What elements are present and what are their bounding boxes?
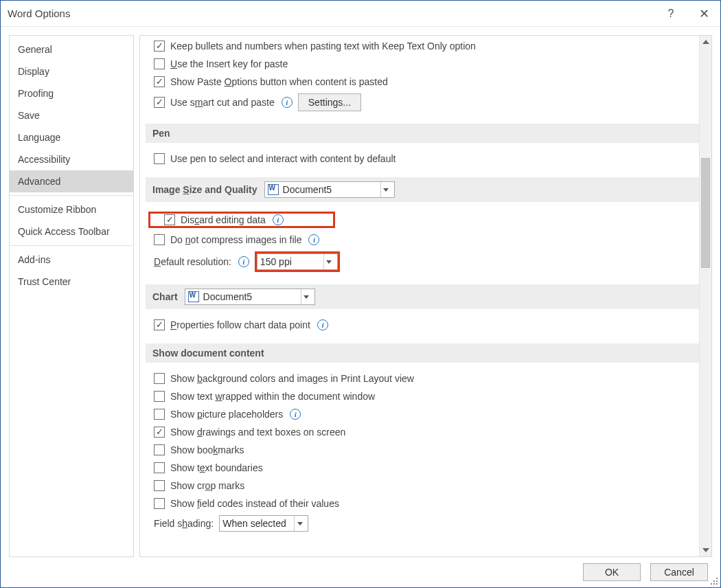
checkbox-show-text-boundaries[interactable]: Show text boundaries [146,459,699,477]
resize-grip[interactable] [710,577,718,585]
document-icon [268,184,279,195]
checkbox-label: Show Paste Options button when content i… [170,76,388,87]
sidebar-separator [10,245,133,246]
checkbox-icon[interactable] [154,76,165,87]
sidebar-item-customize-ribbon[interactable]: Customize Ribbon [10,199,133,220]
checkbox-icon[interactable] [154,480,165,491]
info-icon[interactable]: i [317,319,328,330]
sidebar-item-accessibility[interactable]: Accessibility [10,148,133,170]
checkbox-use-pen[interactable]: Use pen to select and interact with cont… [146,150,699,168]
info-icon[interactable]: i [308,234,319,245]
section-title: Chart [152,291,178,302]
checkbox-keep-bullets[interactable]: Keep bullets and numbers when pasting te… [146,37,699,55]
highlight-discard-editing: Discard editing data i [148,212,335,228]
checkbox-show-drawings[interactable]: Show drawings and text boxes on screen [146,423,699,441]
content-panel: Keep bullets and numbers when pasting te… [139,35,712,557]
field-shading-label: Field shading: [154,518,214,529]
image-size-document-combo[interactable]: Document5 [264,181,395,198]
checkbox-icon[interactable] [154,153,165,164]
checkbox-icon[interactable] [154,373,165,384]
checkbox-label: Show picture placeholders [170,409,283,420]
checkbox-label: Show field codes instead of their values [170,498,339,509]
checkbox-show-crop-marks[interactable]: Show crop marks [146,477,699,495]
checkbox-show-field-codes[interactable]: Show field codes instead of their values [146,495,699,512]
chevron-down-icon [323,254,334,269]
sidebar-item-proofing[interactable]: Proofing [10,82,133,104]
word-options-dialog: Word Options ? ✕ General Display Proofin… [0,0,721,588]
checkbox-properties-follow-chart[interactable]: Properties follow chart data point i [146,316,699,334]
checkbox-label: Show crop marks [170,480,244,491]
scroll-track[interactable] [700,48,711,544]
checkbox-label: Show text boundaries [170,462,263,473]
checkbox-label: Properties follow chart data point [170,319,310,330]
field-shading-combo[interactable]: When selected [219,515,308,532]
combo-value: When selected [222,518,286,529]
checkbox-label: Do not compress images in file [170,234,301,245]
checkbox-label: Show drawings and text boxes on screen [170,427,345,438]
vertical-scrollbar[interactable] [699,36,711,556]
sidebar-item-display[interactable]: Display [10,60,133,82]
checkbox-icon[interactable] [154,409,165,420]
checkbox-icon[interactable] [154,498,165,509]
sidebar-separator [10,195,133,196]
info-icon[interactable]: i [282,97,293,108]
checkbox-label: Show background colors and images in Pri… [170,373,414,384]
checkbox-show-picture-placeholders[interactable]: Show picture placeholders i [146,405,699,423]
sidebar-item-trust-center[interactable]: Trust Center [10,271,133,293]
info-icon[interactable]: i [273,214,284,225]
checkbox-label: Use smart cut and paste [170,97,275,108]
checkbox-show-paste-options[interactable]: Show Paste Options button when content i… [146,73,699,91]
checkbox-icon[interactable] [154,427,165,438]
category-sidebar: General Display Proofing Save Language A… [9,35,134,557]
section-header-chart: Chart Document5 [146,284,699,309]
close-button[interactable]: ✕ [687,1,720,27]
checkbox-smart-cut-paste[interactable]: Use smart cut and paste i Settings... [146,91,699,114]
highlight-default-resolution: 150 ppi [255,251,340,272]
checkbox-icon[interactable] [154,319,165,330]
info-icon[interactable]: i [238,256,249,267]
checkbox-icon[interactable] [154,391,165,402]
sidebar-item-general[interactable]: General [10,38,133,60]
sidebar-item-save[interactable]: Save [10,104,133,126]
checkbox-icon[interactable] [154,444,165,455]
checkbox-label: Use the Insert key for paste [170,58,288,69]
ok-button[interactable]: OK [583,563,641,581]
checkbox-icon[interactable] [154,234,165,245]
default-resolution-combo[interactable]: 150 ppi [257,253,338,270]
sidebar-item-advanced[interactable]: Advanced [10,170,133,192]
checkbox-show-bg-colors[interactable]: Show background colors and images in Pri… [146,370,699,387]
checkbox-icon[interactable] [154,58,165,69]
scroll-thumb[interactable] [701,158,710,268]
section-title: Image Size and Quality [152,184,258,195]
checkbox-do-not-compress[interactable]: Do not compress images in file i [146,231,699,249]
settings-button[interactable]: Settings... [298,93,361,111]
info-icon[interactable]: i [290,409,301,420]
scroll-up-button[interactable] [700,36,712,48]
checkbox-label: Show bookmarks [170,444,244,455]
section-header-image-size: Image Size and Quality Document5 [146,177,699,202]
checkbox-discard-editing-data[interactable] [164,214,175,225]
cancel-button[interactable]: Cancel [650,563,708,581]
checkbox-icon[interactable] [154,462,165,473]
checkbox-use-insert-key[interactable]: Use the Insert key for paste [146,55,699,73]
chevron-down-icon [301,289,312,304]
scroll-down-button[interactable] [700,544,712,556]
window-title: Word Options [8,8,70,19]
sidebar-item-language[interactable]: Language [10,126,133,148]
checkbox-icon[interactable] [154,41,165,52]
chart-document-combo[interactable]: Document5 [185,289,315,305]
checkbox-label: Show text wrapped within the document wi… [170,391,375,402]
checkbox-label: Keep bullets and numbers when pasting te… [170,41,476,52]
combo-value: 150 ppi [260,256,292,267]
checkbox-label: Discard editing data [181,214,266,225]
section-header-show-document-content: Show document content [146,343,699,363]
sidebar-item-quick-access-toolbar[interactable]: Quick Access Toolbar [10,220,133,242]
default-resolution-label: Default resolution: [154,256,231,267]
help-button[interactable]: ? [654,1,687,27]
chevron-down-icon [294,516,305,531]
sidebar-item-add-ins[interactable]: Add-ins [10,249,133,271]
combo-value: Document5 [203,291,253,302]
checkbox-icon[interactable] [154,97,165,108]
checkbox-show-text-wrapped[interactable]: Show text wrapped within the document wi… [146,387,699,405]
checkbox-show-bookmarks[interactable]: Show bookmarks [146,441,699,459]
